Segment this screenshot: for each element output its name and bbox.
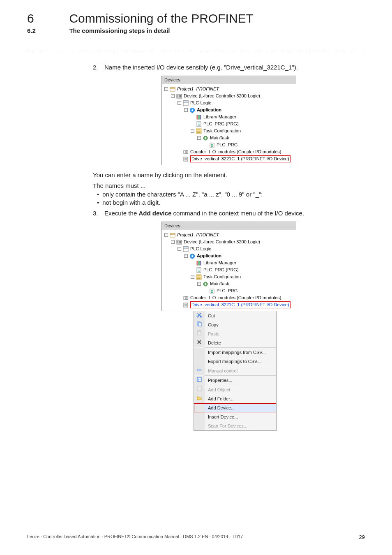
svg-text:B: B [211, 143, 213, 148]
ctx-scan-devices-label: Scan For Devices... [205, 423, 276, 429]
tree-plc-prg-leaf[interactable]: B PLC_PRG [164, 141, 293, 148]
toggle-icon[interactable]: − [191, 275, 194, 279]
tree-application[interactable]: − Application [164, 106, 293, 113]
tree-plc-logic[interactable]: − PLC Logic [164, 99, 293, 106]
tree-library-manager[interactable]: Library Manager [164, 113, 293, 120]
toggle-icon[interactable]: − [184, 254, 188, 258]
svg-rect-65 [198, 331, 200, 331]
ctx-paste[interactable]: Paste [194, 329, 276, 338]
plc-logic-icon [183, 100, 189, 106]
manual-control-icon [196, 367, 202, 375]
toggle-icon[interactable]: − [191, 129, 194, 133]
footer-left: Lenze · Controller-based Automation · PR… [27, 534, 243, 540]
ctx-cut[interactable]: Cut [194, 311, 276, 320]
toggle-icon[interactable]: − [178, 247, 181, 251]
tree-plc-prg-leaf-2[interactable]: B PLC_PRG [164, 287, 293, 294]
tree-drive-selected-2[interactable]: Drive_vertical_3221C_1 (PROFINET I/O Dev… [164, 301, 293, 308]
svg-rect-40 [197, 261, 198, 265]
page: 6 Commissioning of the PROFINET 6.2 The … [0, 0, 392, 555]
ctx-scan-devices[interactable]: Scan For Devices... [194, 421, 276, 430]
tree-maintask[interactable]: − MainTask [164, 134, 293, 141]
tree-device[interactable]: − Device (L-force Controller 3200 Logic) [164, 92, 293, 99]
pou-call-icon: B [209, 142, 215, 148]
ctx-add-object[interactable]: Add Object [194, 385, 276, 394]
task-config-icon [196, 128, 202, 134]
svg-rect-33 [178, 241, 178, 243]
tree-task-config-label-2: Task Configuration [203, 274, 241, 280]
svg-rect-70 [197, 377, 201, 382]
ctx-export-csv[interactable]: Export mappings to CSV... [194, 357, 276, 366]
tree-application-label-2: Application [197, 253, 221, 259]
ctx-add-folder[interactable]: Add Folder... [194, 394, 276, 403]
folder-icon [196, 395, 202, 402]
tree-root-2[interactable]: − Project1_PROFINET [164, 231, 293, 238]
toggle-icon[interactable]: − [184, 108, 188, 112]
page-footer: Lenze · Controller-based Automation · PR… [27, 534, 365, 540]
tree-task-config-label: Task Configuration [203, 128, 241, 134]
tree-device-label: Device (L-force Controller 3200 Logic) [184, 93, 260, 99]
project-icon [170, 86, 175, 92]
names-must: The names must ... [93, 182, 365, 190]
ctx-insert-device[interactable]: Insert Device... [194, 412, 276, 421]
ctx-properties[interactable]: Properties... [194, 376, 276, 385]
toggle-icon[interactable]: − [171, 94, 175, 98]
svg-rect-42 [200, 261, 201, 265]
chapter-title: Commissioning of the PROFINET [69, 12, 253, 25]
tree-application-label: Application [197, 107, 221, 113]
toggle-icon[interactable]: − [171, 240, 175, 244]
svg-rect-5 [180, 95, 181, 97]
svg-point-69 [198, 369, 199, 371]
svg-rect-50 [197, 278, 201, 279]
chapter-number: 6 [27, 12, 67, 25]
svg-rect-18 [197, 130, 201, 130]
tree-library-manager-2[interactable]: Library Manager [164, 259, 293, 266]
tree-drive-label: Drive_vertical_3221C_1 (PROFINET I/O Dev… [190, 155, 291, 162]
ctx-delete[interactable]: Delete [194, 338, 276, 347]
svg-rect-49 [197, 277, 201, 278]
delete-icon [196, 339, 202, 347]
svg-rect-29 [184, 158, 187, 160]
tree-maintask-label: MainTask [210, 135, 229, 141]
tree-plc-prg[interactable]: PLC_PRG (PRG) [164, 120, 293, 127]
svg-rect-25 [184, 150, 188, 154]
tree-root-label: Project1_PROFINET [177, 86, 219, 92]
tree-drive-selected[interactable]: Drive_vertical_3221C_1 (PROFINET I/O Dev… [164, 155, 293, 162]
tree-coupler-label: Coupler_I_O_modules (Coupler I/O modules… [190, 149, 281, 155]
toggle-icon[interactable]: − [197, 282, 201, 286]
svg-rect-12 [200, 115, 201, 119]
prg-icon [196, 267, 202, 273]
paste-icon [196, 330, 202, 338]
ctx-import-csv[interactable]: Import mappings from CSV... [194, 348, 276, 357]
add-object-icon [196, 386, 202, 393]
prg-icon [196, 121, 202, 127]
svg-point-22 [205, 137, 206, 139]
tree-plc-logic-2[interactable]: − PLC Logic [164, 245, 293, 252]
svg-rect-19 [197, 131, 201, 132]
gear-icon [203, 135, 208, 141]
ctx-manual-control[interactable]: Manual control [194, 366, 276, 375]
toggle-icon[interactable]: − [164, 87, 168, 91]
devices-pane-title: Devices [162, 76, 296, 84]
tree-task-config-2[interactable]: − Task Configuration [164, 273, 293, 280]
ctx-copy[interactable]: Copy [194, 320, 276, 329]
tree-coupler-2[interactable]: Coupler_I_O_modules (Coupler I/O modules… [164, 294, 293, 301]
tree-application-2[interactable]: − Application [164, 252, 293, 259]
toggle-icon[interactable]: − [178, 101, 181, 105]
tree-coupler[interactable]: Coupler_I_O_modules (Coupler I/O modules… [164, 148, 293, 155]
tree-plc-prg-label-2: PLC_PRG (PRG) [203, 267, 239, 273]
tree-task-config[interactable]: − Task Configuration [164, 127, 293, 134]
ctx-export-csv-label: Export mappings to CSV... [205, 358, 276, 365]
devices-pane-title-2: Devices [162, 222, 296, 230]
tree-maintask-2[interactable]: − MainTask [164, 280, 293, 287]
hint-click-name: You can enter a name by clicking on the … [93, 171, 365, 179]
tree-plc-prg-2[interactable]: PLC_PRG (PRG) [164, 266, 293, 273]
ctx-add-device[interactable]: Add Device... [194, 403, 276, 412]
toggle-icon[interactable]: − [197, 136, 201, 140]
section-number: 6.2 [27, 27, 67, 34]
tree-device-2[interactable]: − Device (L-force Controller 3200 Logic) [164, 238, 293, 245]
tree-device-label-2: Device (L-force Controller 3200 Logic) [184, 239, 260, 245]
svg-rect-37 [183, 247, 188, 248]
controller-icon [176, 93, 182, 99]
toggle-icon[interactable]: − [164, 233, 168, 237]
tree-root[interactable]: − Project1_PROFINET [164, 86, 293, 92]
